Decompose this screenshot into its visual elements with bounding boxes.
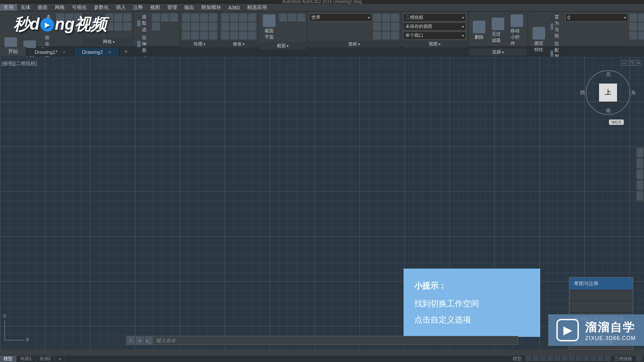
polar-toggle-icon[interactable] xyxy=(547,356,553,361)
grid-toggle-icon[interactable] xyxy=(525,356,532,361)
ribbon-tool-icon[interactable] xyxy=(629,22,637,31)
snap-toggle-icon[interactable] xyxy=(533,356,539,361)
ribbon-tool-icon[interactable] xyxy=(221,22,229,31)
ribbon-tool-icon[interactable] xyxy=(373,22,381,31)
viewcube-north-label[interactable]: 北 xyxy=(606,71,611,78)
ribbon-tool-icon[interactable] xyxy=(230,22,238,31)
menu-输出[interactable]: 输出 xyxy=(181,4,198,11)
ribbon-tool-icon[interactable] xyxy=(161,13,169,22)
menu-管理[interactable]: 管理 xyxy=(164,4,181,11)
command-history-icon[interactable]: ▾ xyxy=(136,336,144,344)
menu-视图[interactable]: 视图 xyxy=(147,4,164,11)
close-tab-icon[interactable]: × xyxy=(63,50,66,55)
ribbon-tool-icon[interactable] xyxy=(239,22,247,31)
menu-曲面[interactable]: 曲面 xyxy=(34,4,51,11)
ribbon-tool-icon[interactable] xyxy=(209,31,217,40)
menu-参数化[interactable]: 参数化 xyxy=(90,4,112,11)
ribbon-tool-icon[interactable] xyxy=(152,22,160,31)
ribbon-tool-icon[interactable] xyxy=(182,31,190,40)
ribbon-tool-icon[interactable] xyxy=(248,22,256,31)
ribbon-tool-icon[interactable] xyxy=(123,13,131,22)
visual-style-label[interactable]: 三维线框 xyxy=(612,356,635,362)
command-prompt-icon[interactable]: ▸_ xyxy=(145,336,153,344)
menu-可视化[interactable]: 可视化 xyxy=(68,4,90,11)
drawing-canvas[interactable]: [俯视][二维线框] – □ × 上 北 南 东 西 WCS Y X 小提示： … xyxy=(0,57,644,349)
ribbon-dropdown-世界[interactable]: 世界▾ xyxy=(309,13,372,22)
close-viewport-icon[interactable]: × xyxy=(636,60,641,66)
workspace-menu-item[interactable] xyxy=(569,290,633,301)
otrack-toggle-icon[interactable] xyxy=(561,356,568,361)
ribbon-tool-icon[interactable] xyxy=(191,31,199,40)
ribbon-tool-icon[interactable] xyxy=(373,13,381,22)
ribbon-btn-提取边[interactable]: 提取边 xyxy=(135,13,151,33)
ribbon-panel-label[interactable]: 视图 ▾ xyxy=(402,40,467,48)
doc-tab-Drawing2[interactable]: Drawing2× xyxy=(74,48,120,56)
menu-A360[interactable]: A360 xyxy=(225,5,244,10)
ribbon-tool-icon[interactable] xyxy=(382,31,390,40)
command-line[interactable]: × ▾ ▸_ 键入命令 xyxy=(126,336,518,345)
ribbon-btn-拉伸面[interactable]: 拉伸面 xyxy=(135,34,151,54)
ribbon-tool-icon[interactable] xyxy=(152,13,160,22)
customize-status-icon[interactable] xyxy=(636,356,642,361)
menu-常用[interactable]: 常用 xyxy=(0,4,17,11)
menu-注释[interactable]: 注释 xyxy=(129,4,147,11)
ribbon-tool-icon[interactable] xyxy=(182,13,190,22)
ribbon-tool-icon[interactable] xyxy=(221,13,229,22)
ribbon-tool-icon[interactable] xyxy=(200,22,208,31)
menu-附加模块[interactable]: 附加模块 xyxy=(198,4,225,11)
ribbon-panel-label[interactable]: 绘图 ▾ xyxy=(181,40,218,48)
ribbon-tool-icon[interactable] xyxy=(288,13,296,22)
ribbon-tool-icon[interactable] xyxy=(373,31,381,40)
ribbon-btn-截面
平面[interactable]: 截面平面 xyxy=(260,13,278,41)
ribbon-tool-icon[interactable] xyxy=(638,31,644,40)
workspace-switch-icon[interactable] xyxy=(604,356,611,361)
wcs-badge[interactable]: WCS xyxy=(609,119,624,125)
viewcube[interactable]: 上 北 南 东 西 xyxy=(586,70,631,115)
ribbon-tool-icon[interactable] xyxy=(638,13,644,22)
ribbon-tool-icon[interactable] xyxy=(191,13,199,22)
workspace-menu-item[interactable]: 草图与注释 xyxy=(569,278,633,290)
ribbon-tool-icon[interactable] xyxy=(221,31,229,40)
ribbon-tool-icon[interactable] xyxy=(191,22,199,31)
menu-网格[interactable]: 网格 xyxy=(51,4,68,11)
viewcube-south-label[interactable]: 南 xyxy=(606,107,611,114)
viewcube-east-label[interactable]: 东 xyxy=(631,89,636,96)
ribbon-btn-删除[interactable]: 删除 xyxy=(470,13,488,48)
transparency-toggle-icon[interactable] xyxy=(576,356,582,361)
ribbon-panel-label[interactable]: 修改 ▾ xyxy=(220,40,257,48)
tab-add-button[interactable]: + xyxy=(120,46,132,56)
add-layout-button[interactable]: + xyxy=(55,357,65,362)
lineweight-toggle-icon[interactable] xyxy=(568,356,575,361)
ribbon-tool-icon[interactable] xyxy=(248,13,256,22)
ortho-toggle-icon[interactable] xyxy=(540,356,546,361)
pan-icon[interactable] xyxy=(637,159,643,168)
ribbon-tool-icon[interactable] xyxy=(200,31,208,40)
layout-tab-布局2[interactable]: 布局2 xyxy=(36,356,55,362)
command-input[interactable]: 键入命令 xyxy=(153,337,518,344)
ribbon-tool-icon[interactable] xyxy=(170,13,178,22)
annotation-scale-icon[interactable] xyxy=(597,356,604,361)
ribbon-btn-无过滤器[interactable]: 无过滤器 xyxy=(489,13,507,48)
ribbon-tool-icon[interactable] xyxy=(239,31,247,40)
ribbon-tool-icon[interactable] xyxy=(629,13,637,22)
ribbon-tool-icon[interactable] xyxy=(391,13,399,22)
ribbon-panel-label[interactable]: 截面 ▾ xyxy=(259,42,306,49)
ribbon-tool-icon[interactable] xyxy=(114,13,122,22)
ribbon-tool-icon[interactable] xyxy=(239,13,247,22)
close-command-icon[interactable]: × xyxy=(127,336,135,344)
ribbon-panel-label[interactable]: 坐标 ▾ xyxy=(308,40,400,48)
zoom-icon[interactable] xyxy=(637,170,643,179)
close-tab-icon[interactable]: × xyxy=(108,50,111,55)
ribbon-tool-icon[interactable] xyxy=(230,13,238,22)
cycling-toggle-icon[interactable] xyxy=(583,356,589,361)
menu-精选应用[interactable]: 精选应用 xyxy=(244,4,271,11)
ribbon-dropdown-单个视口[interactable]: 单个视口▾ xyxy=(403,31,466,40)
osnap-toggle-icon[interactable] xyxy=(554,356,560,361)
dynamic-ucs-icon[interactable] xyxy=(590,356,596,361)
viewcube-west-label[interactable]: 西 xyxy=(580,89,585,96)
status-model-label[interactable]: 模型 xyxy=(510,356,524,362)
doc-tab-Drawing1*[interactable]: Drawing1*× xyxy=(27,48,74,56)
ribbon-btn-移动
小控件[interactable]: 移动小控件 xyxy=(508,13,526,48)
ribbon-dropdown-0[interactable]: 0▾ xyxy=(565,13,628,22)
ribbon-tool-icon[interactable] xyxy=(638,22,644,31)
